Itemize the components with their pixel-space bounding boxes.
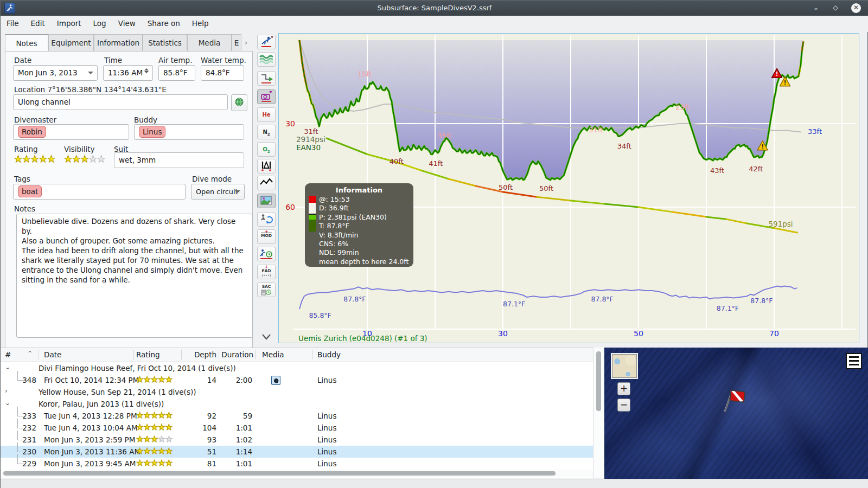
buddy-tag[interactable]: Linus [139, 126, 165, 138]
buddy-input[interactable]: Linus [134, 124, 244, 140]
overview-minimap[interactable] [612, 354, 637, 378]
minimize-button[interactable]: ⌄ [811, 3, 821, 13]
column-header-media[interactable]: Media [262, 350, 284, 359]
pn2-graph-icon[interactable]: N2 [257, 125, 276, 139]
tags-label: Tags [14, 175, 30, 183]
collapse-caret-icon[interactable]: ⌄ [5, 399, 10, 407]
column-header-duration[interactable]: Duration [219, 350, 253, 359]
menu-item-edit[interactable]: Edit [25, 16, 51, 28]
time-spinner[interactable] [144, 68, 150, 74]
column-header-num[interactable]: # [5, 350, 11, 359]
dive-row[interactable]: 229Mon Jun 3, 2013 9:45 AM★★★★★811:01Lin… [1, 458, 593, 470]
dive-row[interactable]: 232Tue Jun 4, 2013 10:04 AM★★★★★1041:01L… [1, 422, 593, 434]
close-button[interactable]: ✕ [851, 3, 861, 13]
map-globe-button[interactable] [231, 94, 247, 111]
tab-media[interactable]: Media [187, 34, 232, 51]
dive-mode-select[interactable]: Open circuit [191, 184, 245, 200]
water-temp-label: Water temp. [201, 56, 246, 65]
star-filled-icon: ★ [158, 375, 165, 384]
suit-input[interactable]: wet, 3mm [114, 152, 244, 168]
water-temp-input[interactable]: 84.8°F [201, 65, 244, 81]
svg-text:591psi: 591psi [769, 220, 793, 228]
tab-information[interactable]: Information [94, 34, 143, 51]
rating-stars[interactable]: ★★★★★ [14, 154, 55, 164]
divemaster-input[interactable]: Robin [13, 124, 129, 140]
media-photo-icon[interactable] [271, 376, 280, 385]
column-header-buddy[interactable]: Buddy [317, 350, 341, 359]
dc-ceiling-icon[interactable] [257, 71, 276, 86]
map-zoom-out-button[interactable]: − [617, 399, 630, 412]
heart-rate-icon[interactable] [257, 176, 276, 190]
dive-row[interactable]: 230Mon Jun 3, 2013 11:36 AM★★★★★511:14Li… [1, 446, 593, 458]
photos-icon[interactable] [257, 194, 276, 208]
menu-item-import[interactable]: Import [51, 16, 87, 28]
svg-text:87.8°F: 87.8°F [591, 295, 614, 303]
menu-item-log[interactable]: Log [87, 16, 112, 28]
svg-text:CNS: 6%: CNS: 6% [319, 240, 348, 248]
tab-scroll-left[interactable]: ‹ [236, 38, 239, 47]
svg-text:50ft: 50ft [499, 183, 513, 191]
dive-flag-marker[interactable] [719, 387, 752, 415]
trip-row[interactable]: ⌄Divi Flamingo House Reef, Fri Oct 10, 2… [1, 362, 593, 374]
dive-rating-stars: ★★★★★ [136, 458, 173, 468]
dive-row[interactable]: 348Fri Oct 10, 2014 12:34 PM★★★★★142:00L… [1, 374, 593, 386]
dive-date: Fri Oct 10, 2014 12:34 PM [44, 376, 139, 384]
time-input[interactable]: 11:36 AM [103, 65, 153, 81]
maximize-button[interactable]: ◇ [831, 3, 840, 13]
dive-list-vertical-scrollbar[interactable] [593, 348, 604, 478]
map-panel[interactable]: + − [604, 348, 868, 479]
menu-item-help[interactable]: Help [186, 16, 215, 28]
collapse-chevron-icon[interactable] [257, 330, 276, 345]
tab-scroll-right[interactable]: › [245, 38, 247, 47]
expand-caret-icon[interactable]: › [5, 387, 8, 395]
star-empty-icon: ★ [158, 434, 165, 444]
star-filled-icon: ★ [81, 153, 89, 164]
ead-toggle-icon[interactable]: +EAD(•••) [257, 265, 276, 279]
star-filled-icon: ★ [165, 375, 173, 384]
column-header-date[interactable]: Date [44, 350, 61, 359]
water-waves-icon[interactable] [257, 52, 276, 67]
dive-profile-chart[interactable]: 33ft2914psiEAN30591psi85.8°F87.8°F87.1°F… [278, 33, 859, 343]
menu-item-file[interactable]: File [1, 16, 25, 28]
divemaster-tag[interactable]: Robin [18, 126, 46, 138]
tab-statistics[interactable]: Statistics [143, 34, 187, 51]
mod-marker-icon[interactable] [257, 159, 276, 174]
map-zoom-in-button[interactable]: + [617, 382, 630, 395]
tab-notes[interactable]: Notes [5, 34, 48, 52]
dive-mode-label: Dive mode [192, 175, 232, 183]
tab-equipment[interactable]: Equipment [48, 34, 94, 51]
menu-item-view[interactable]: View [112, 16, 142, 28]
tag-chip[interactable]: boat [18, 185, 42, 197]
visibility-stars[interactable]: ★★★★★ [64, 154, 105, 164]
phe-graph-icon[interactable]: He [257, 107, 276, 122]
column-header-depth[interactable]: Depth [182, 350, 216, 359]
collapse-caret-icon[interactable]: ⌄ [5, 363, 10, 371]
dive-date: Tue Jun 4, 2013 10:04 AM [44, 423, 138, 432]
trip-row[interactable]: ›Yellow House, Sun Sep 21, 2014 (1 dive(… [1, 386, 593, 398]
sort-ascending-icon[interactable]: ^ [28, 350, 32, 356]
ndl-tts-icon[interactable] [257, 247, 276, 261]
trip-row[interactable]: ⌄Koror, Palau, Jun 2013 (11 dive(s)) [1, 398, 593, 410]
calculated-ceiling-icon[interactable] [257, 89, 276, 104]
dive-depth: 93 [182, 435, 216, 444]
dive-buddy: Linus [317, 435, 336, 444]
svg-text:87.8°F: 87.8°F [750, 297, 773, 305]
gas-switch-icon[interactable] [257, 212, 276, 227]
air-temp-input[interactable]: 85.8°F [158, 65, 195, 81]
dive-list-horizontal-scrollbar[interactable] [1, 470, 593, 477]
dive-row[interactable]: 231Mon Jun 3, 2013 2:59 PM★★★★★931:02Lin… [1, 434, 593, 446]
notes-textarea[interactable] [16, 214, 253, 338]
po2-graph-icon[interactable]: O2 [257, 142, 276, 157]
dive-list: #DateRatingDepthDurationMediaBuddy^⌄Divi… [1, 348, 593, 478]
location-input[interactable]: Ulong channel [13, 94, 228, 110]
date-input[interactable]: Mon Jun 3, 2013 [13, 65, 98, 81]
sac-rate-icon[interactable]: SAC [257, 282, 276, 297]
dive-events-icon[interactable] [257, 35, 276, 49]
menu-item-share-on[interactable]: Share on [142, 16, 186, 28]
dive-rating-stars: ★★★★★ [136, 375, 173, 384]
column-header-rating[interactable]: Rating [136, 350, 160, 359]
mod-toggle-icon[interactable]: +MOD [257, 229, 276, 244]
tags-input[interactable]: boat [13, 184, 186, 200]
dive-row[interactable]: 233Tue Jun 4, 2013 12:28 PM★★★★★9259Linu… [1, 410, 593, 422]
map-menu-button[interactable] [846, 353, 862, 369]
